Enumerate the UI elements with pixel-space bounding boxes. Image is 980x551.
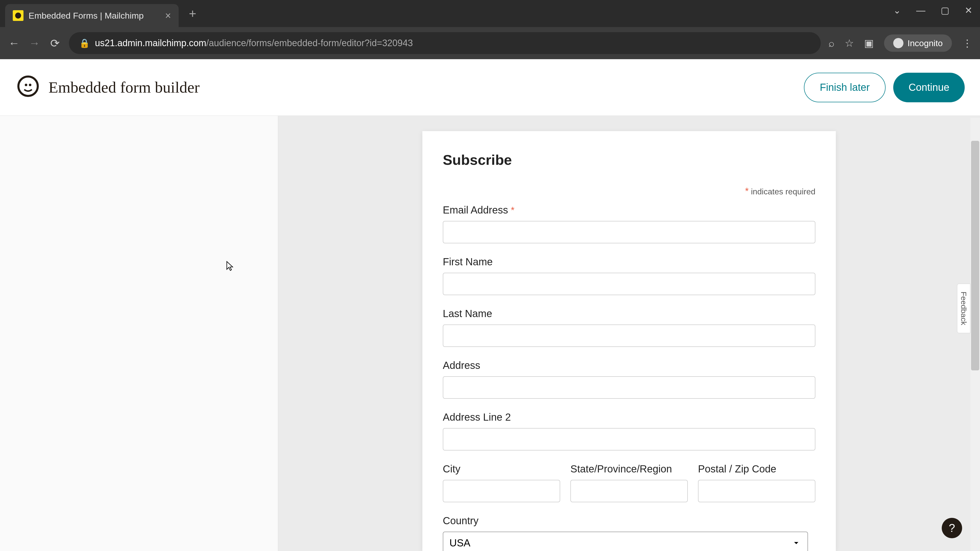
- mailchimp-logo[interactable]: [15, 75, 41, 100]
- forward-button[interactable]: →: [28, 37, 41, 49]
- mailchimp-favicon: [13, 10, 24, 21]
- country-field-group: Country USA: [443, 515, 815, 551]
- form-preview-card: Subscribe * indicates required Email Add…: [422, 131, 836, 551]
- lock-icon: 🔒: [79, 38, 90, 48]
- scrollbar-thumb[interactable]: [971, 141, 979, 370]
- browser-tab-bar: Embedded Forms | Mailchimp × + ⌄ — ▢ ✕: [0, 0, 980, 27]
- first-name-label: First Name: [443, 256, 815, 268]
- address2-input[interactable]: [443, 428, 815, 451]
- address-field-group: Address: [443, 360, 815, 399]
- last-name-input[interactable]: [443, 324, 815, 347]
- url-text: us21.admin.mailchimp.com/audience/forms/…: [95, 38, 413, 48]
- city-state-zip-row: City State/Province/Region Postal / Zip …: [443, 463, 815, 515]
- email-label: Email Address *: [443, 204, 815, 216]
- svg-point-1: [18, 76, 38, 96]
- address-label: Address: [443, 360, 815, 371]
- address-input[interactable]: [443, 376, 815, 399]
- svg-point-0: [15, 13, 21, 18]
- search-icon[interactable]: ⌕: [829, 38, 835, 49]
- city-label: City: [443, 463, 560, 475]
- svg-point-3: [29, 84, 32, 86]
- incognito-label: Incognito: [907, 38, 943, 48]
- form-title: Subscribe: [443, 151, 815, 168]
- continue-button[interactable]: Continue: [893, 73, 965, 102]
- help-button[interactable]: ?: [942, 518, 962, 538]
- close-window-icon[interactable]: ✕: [965, 5, 972, 16]
- city-input[interactable]: [443, 480, 560, 502]
- tab-title: Embedded Forms | Mailchimp: [29, 11, 160, 21]
- city-field-group: City: [443, 463, 560, 502]
- state-field-group: State/Province/Region: [570, 463, 688, 502]
- email-input[interactable]: [443, 221, 815, 243]
- postal-label: Postal / Zip Code: [698, 463, 815, 475]
- tab-close-icon[interactable]: ×: [165, 10, 171, 21]
- settings-sidebar: [0, 116, 278, 551]
- country-label: Country: [443, 515, 815, 527]
- maximize-icon[interactable]: ▢: [941, 5, 950, 16]
- extension-icon[interactable]: ▣: [864, 37, 874, 49]
- reload-button[interactable]: ⟳: [48, 37, 61, 50]
- postal-input[interactable]: [698, 480, 815, 502]
- svg-point-2: [25, 84, 27, 86]
- page-title: Embedded form builder: [48, 78, 796, 97]
- new-tab-button[interactable]: +: [189, 6, 196, 21]
- browser-tab[interactable]: Embedded Forms | Mailchimp ×: [5, 4, 179, 27]
- bookmark-icon[interactable]: ☆: [845, 37, 854, 49]
- state-input[interactable]: [570, 480, 688, 502]
- app-body: Subscribe * indicates required Email Add…: [0, 116, 980, 551]
- first-name-input[interactable]: [443, 273, 815, 295]
- incognito-icon: [893, 38, 904, 48]
- incognito-badge[interactable]: Incognito: [884, 35, 952, 52]
- form-canvas: Subscribe * indicates required Email Add…: [278, 116, 980, 551]
- scrollbar-track[interactable]: [970, 118, 980, 551]
- browser-address-bar: ← → ⟳ 🔒 us21.admin.mailchimp.com/audienc…: [0, 27, 980, 59]
- first-name-field-group: First Name: [443, 256, 815, 295]
- asterisk-icon: *: [745, 186, 749, 197]
- tab-search-icon[interactable]: ⌄: [893, 5, 901, 16]
- required-indicator: * indicates required: [443, 186, 815, 197]
- country-select[interactable]: USA: [443, 532, 808, 551]
- finish-later-button[interactable]: Finish later: [804, 73, 886, 102]
- last-name-label: Last Name: [443, 308, 815, 319]
- asterisk-icon: *: [511, 205, 514, 216]
- last-name-field-group: Last Name: [443, 308, 815, 347]
- app-viewport: Embedded form builder Finish later Conti…: [0, 59, 980, 551]
- back-button[interactable]: ←: [8, 37, 21, 49]
- email-field-group: Email Address *: [443, 204, 815, 243]
- state-label: State/Province/Region: [570, 463, 688, 475]
- url-bar[interactable]: 🔒 us21.admin.mailchimp.com/audience/form…: [69, 32, 821, 54]
- menu-icon[interactable]: ⋮: [962, 37, 972, 49]
- postal-field-group: Postal / Zip Code: [698, 463, 815, 502]
- window-controls: ⌄ — ▢ ✕: [893, 5, 972, 16]
- app-header: Embedded form builder Finish later Conti…: [0, 59, 980, 116]
- feedback-tab[interactable]: Feedback: [957, 284, 970, 333]
- address2-label: Address Line 2: [443, 411, 815, 423]
- minimize-icon[interactable]: —: [916, 5, 925, 16]
- address2-field-group: Address Line 2: [443, 411, 815, 451]
